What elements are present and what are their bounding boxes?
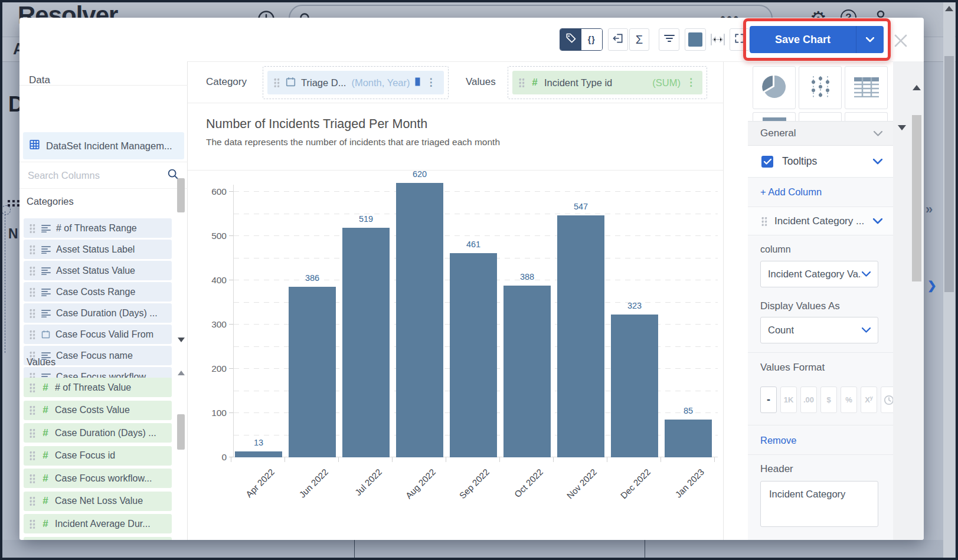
chevron-down-icon[interactable] <box>873 156 882 167</box>
values-dropzone[interactable]: # Incident Type id (SUM) ⋮ <box>508 66 707 99</box>
sigma-icon: Σ <box>636 33 643 47</box>
pie-chart-tile[interactable] <box>753 66 796 109</box>
values-scrollbar-thumb[interactable] <box>177 414 185 450</box>
dot-plot-tile[interactable] <box>799 66 842 109</box>
kebab-menu-icon[interactable]: ⋮ <box>686 78 696 87</box>
column-item-row[interactable]: Incident Category ... <box>748 207 893 235</box>
tooltips-checkbox[interactable] <box>761 156 773 168</box>
tag-labels-toggle[interactable] <box>560 29 581 50</box>
drag-handle-icon[interactable] <box>519 78 525 87</box>
general-section-header[interactable]: General <box>748 121 893 146</box>
scroll-up-icon[interactable] <box>945 6 953 11</box>
list-item[interactable]: #Case Focus workflow... <box>24 469 172 488</box>
list-item[interactable]: Case Duration (Days) ... <box>24 303 172 323</box>
chart-settings-panel: General Tooltips + Add Column Incid <box>748 61 893 540</box>
chart-type-tile[interactable] <box>845 112 888 121</box>
list-item[interactable]: # of Threats Range <box>24 218 172 238</box>
close-button[interactable] <box>893 33 908 48</box>
category-pill[interactable]: Triage D... (Month, Year) ⋮ <box>267 71 444 94</box>
drag-handle-icon[interactable] <box>274 78 280 87</box>
braces-toggle[interactable]: {} <box>581 29 603 50</box>
filter-button[interactable] <box>659 28 679 51</box>
values-pill[interactable]: # Incident Type id (SUM) ⋮ <box>512 71 702 94</box>
save-options-dropdown[interactable] <box>856 34 884 45</box>
scroll-up-icon[interactable] <box>178 371 185 375</box>
sum-button[interactable]: Σ <box>629 28 649 51</box>
list-item[interactable]: #Case Costs Value <box>24 401 172 420</box>
panel-scrollbar-thumb[interactable] <box>912 115 921 281</box>
chart-subtitle: The data represents the number of incide… <box>206 137 500 148</box>
chevron-down-icon[interactable] <box>873 216 882 227</box>
header-input[interactable]: Incident Category <box>760 481 878 527</box>
bar[interactable] <box>611 315 658 457</box>
scroll-down-icon[interactable] <box>178 338 185 342</box>
display-values-select[interactable]: Count <box>760 317 878 343</box>
y-axis-tick-label: 500 <box>200 231 227 241</box>
list-item[interactable]: Case Costs Range <box>24 282 172 302</box>
format-Xy-button[interactable]: Xy <box>861 387 877 413</box>
drag-handle-icon[interactable] <box>30 224 36 233</box>
drag-handle-icon[interactable] <box>30 405 36 415</box>
format-%-button[interactable]: % <box>841 387 857 413</box>
scroll-down-icon[interactable] <box>898 125 906 130</box>
color-swatch-button[interactable] <box>685 28 706 51</box>
drag-handle-icon[interactable] <box>30 496 36 506</box>
y-axis-tick-label: 600 <box>200 186 227 197</box>
search-columns-input[interactable] <box>28 170 166 181</box>
header-input-value: Incident Category <box>769 489 845 499</box>
drag-handle-icon[interactable] <box>30 519 36 529</box>
column-select[interactable]: Incident Category Va... <box>760 261 878 287</box>
bar-width-button[interactable] <box>709 32 726 50</box>
drag-handle-icon[interactable] <box>30 428 36 438</box>
list-item[interactable]: #Case Focus id <box>24 446 172 466</box>
bar[interactable] <box>235 451 282 457</box>
remove-link[interactable]: Remove <box>760 435 796 446</box>
drag-handle-icon[interactable] <box>30 266 36 276</box>
save-chart-button[interactable]: Save Chart <box>750 26 884 53</box>
fullscreen-button[interactable] <box>730 28 750 51</box>
drag-handle-icon[interactable] <box>30 245 36 254</box>
list-item[interactable]: ## of Threats Value <box>24 378 172 397</box>
table-tile[interactable] <box>845 66 888 109</box>
bar[interactable] <box>396 183 443 457</box>
list-item[interactable]: Asset Status Label <box>24 240 172 259</box>
chart-type-tile[interactable] <box>799 112 842 121</box>
drag-handle-icon[interactable] <box>30 383 36 392</box>
bar[interactable] <box>503 286 551 457</box>
drag-handle-icon[interactable] <box>30 309 36 318</box>
page-scrollbar-thumb[interactable] <box>944 56 954 292</box>
drag-handle-icon[interactable] <box>30 451 36 460</box>
bar[interactable] <box>450 253 497 457</box>
categories-scrollbar-thumb[interactable] <box>177 178 185 212</box>
kebab-menu-icon[interactable]: ⋮ <box>426 78 436 87</box>
drag-handle-icon[interactable] <box>30 287 36 297</box>
bar[interactable] <box>342 228 390 457</box>
bar[interactable] <box>289 287 336 458</box>
scroll-up-icon[interactable] <box>913 85 921 90</box>
format-.00-button[interactable]: .00 <box>800 387 817 413</box>
list-item[interactable]: Asset Status Value <box>24 261 172 280</box>
x-axis-tick-label: Jul 2022 <box>353 467 384 497</box>
add-column-link[interactable]: + Add Column <box>760 186 822 198</box>
list-item[interactable]: Case Focus Valid From <box>24 325 172 344</box>
panel-scrollbar[interactable] <box>893 61 924 540</box>
format-1K-button[interactable]: 1K <box>780 387 797 413</box>
bar[interactable] <box>557 215 604 457</box>
drag-handle-icon[interactable] <box>761 217 768 226</box>
list-item[interactable]: #Incident Cost Value <box>24 537 172 541</box>
dataset-item[interactable]: DataSet Incident Managem... <box>23 132 184 159</box>
category-dropzone[interactable]: Triage D... (Month, Year) ⋮ <box>263 66 449 99</box>
bar-chart-tile[interactable] <box>753 112 796 121</box>
chevron-down-icon <box>874 128 882 139</box>
list-item[interactable]: #Incident Average Dur... <box>24 514 172 533</box>
bar[interactable] <box>665 420 712 457</box>
drag-handle-icon[interactable] <box>30 330 36 339</box>
transpose-button[interactable] <box>608 28 628 51</box>
list-item[interactable]: #Case Net Loss Value <box>24 492 172 511</box>
values-pill-name: Incident Type id <box>544 77 647 89</box>
format---button[interactable]: - <box>760 387 777 413</box>
format-$-button[interactable]: $ <box>820 387 837 413</box>
gridline <box>234 214 718 214</box>
drag-handle-icon[interactable] <box>30 474 36 483</box>
list-item[interactable]: #Case Duration (Days) ... <box>24 423 172 443</box>
